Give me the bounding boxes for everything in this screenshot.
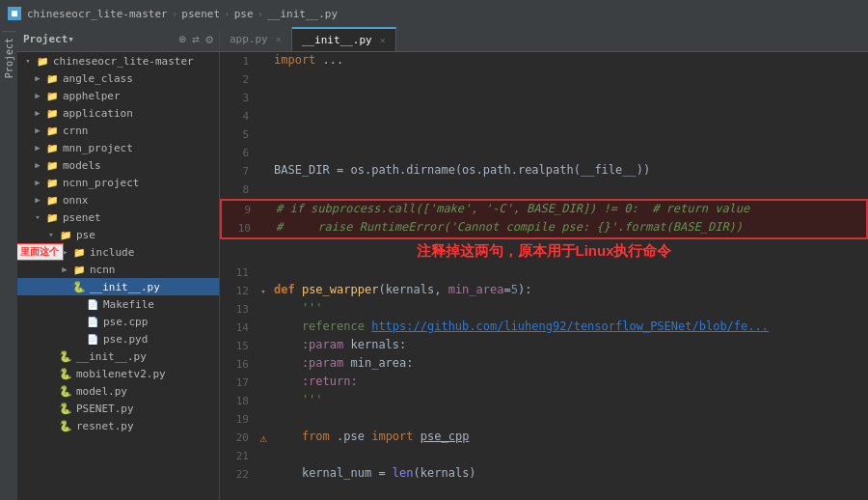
sidebar-item-pse[interactable]: ▾ 📁 pse bbox=[17, 226, 219, 243]
py-file-icon5: 🐍 bbox=[58, 401, 73, 416]
sidebar-toolbar: ⊕ ⇄ ⚙ bbox=[179, 32, 213, 46]
tab-app-py-label: app.py bbox=[230, 33, 268, 45]
sidebar-item-application[interactable]: ▶ 📁 application bbox=[17, 104, 219, 122]
code-line-14: 14 reference https://github.com/liuheng9… bbox=[220, 319, 868, 337]
breadcrumb-folder1: psenet bbox=[181, 8, 220, 20]
py-file-icon4: 🐍 bbox=[58, 383, 73, 399]
sidebar-tree: ▾ 📁 chineseocr_lite-master ▶ 📁 angle_cla… bbox=[17, 52, 219, 500]
sidebar-include-container: ▶ 📁 include 里面这个 bbox=[17, 243, 219, 261]
sidebar-item-ncnn_project[interactable]: ▶ 📁 ncnn_project bbox=[17, 174, 219, 191]
breadcrumb-project: chineseocr_lite-master bbox=[27, 8, 168, 20]
folder-icon: 📁 bbox=[71, 262, 87, 277]
sidebar-item-crnn[interactable]: ▶ 📁 crnn bbox=[17, 122, 219, 139]
tab-init-py[interactable]: __init__.py ✕ bbox=[292, 27, 396, 51]
file-icon: 📄 bbox=[85, 314, 100, 329]
code-line-13: 13 ''' bbox=[220, 300, 868, 319]
sidebar-item-psenet[interactable]: ▾ 📁 psenet bbox=[17, 208, 219, 226]
folder-icon: 📁 bbox=[58, 227, 73, 242]
sidebar-item-angle_class[interactable]: ▶ 📁 angle_class bbox=[17, 69, 219, 87]
folder-icon: 📁 bbox=[44, 140, 60, 155]
code-line-10: 10 # raise RuntimeError('Cannot compile … bbox=[222, 219, 866, 237]
sidebar-annotation-label: 里面这个 bbox=[17, 243, 64, 261]
code-line-12: 12 ▾ def pse_warpper(kernals, min_area=5… bbox=[220, 282, 868, 300]
code-line-16: 16 :param min_area: bbox=[220, 355, 868, 374]
sidebar-item-psenet-py[interactable]: 🐍 PSENET.py bbox=[17, 400, 219, 417]
main-area: Project Project▾ ⊕ ⇄ ⚙ ▾ 📁 chineseocr_li… bbox=[0, 27, 868, 500]
tab-init-py-label: __init__.py bbox=[302, 34, 372, 46]
folder-icon: 📁 bbox=[44, 88, 60, 103]
sidebar-item-makefile[interactable]: 📄 Makefile bbox=[17, 295, 219, 313]
sidebar-item-apphelper[interactable]: ▶ 📁 apphelper bbox=[17, 87, 219, 104]
tab-bar: app.py ✕ __init__.py ✕ bbox=[220, 27, 868, 52]
code-line-11: 11 bbox=[220, 264, 868, 282]
warning-icon-20: ⚠ bbox=[259, 431, 266, 445]
editor-area: app.py ✕ __init__.py ✕ 1 import ... 2 bbox=[220, 27, 868, 500]
py-file-icon6: 🐍 bbox=[58, 418, 73, 433]
folder-icon: 📁 bbox=[44, 209, 60, 225]
sidebar-item-mnn_project[interactable]: ▶ 📁 mnn_project bbox=[17, 139, 219, 156]
code-line-17: 17 :return: bbox=[220, 374, 868, 392]
code-line-21: 21 bbox=[220, 447, 868, 465]
sidebar-item-models[interactable]: ▶ 📁 models bbox=[17, 156, 219, 174]
code-line-7: 7 BASE_DIR = os.path.dirname(os.path.rea… bbox=[220, 162, 868, 181]
code-line-18: 18 ''' bbox=[220, 392, 868, 410]
fold-arrow-12: ▾ bbox=[260, 287, 265, 296]
breadcrumb-file: __init__.py bbox=[267, 8, 338, 20]
sidebar-title: Project▾ bbox=[23, 33, 74, 45]
title-bar: ■ chineseocr_lite-master › psenet › pse … bbox=[0, 0, 868, 27]
sidebar: Project▾ ⊕ ⇄ ⚙ ▾ 📁 chineseocr_lite-maste… bbox=[17, 27, 220, 500]
file-icon: 📄 bbox=[85, 331, 100, 347]
breadcrumb: chineseocr_lite-master › psenet › pse › … bbox=[27, 8, 338, 20]
folder-icon: 📁 bbox=[44, 175, 60, 190]
folder-icon: 📁 bbox=[71, 244, 87, 260]
code-line-22: 22 kernal_num = len(kernals) bbox=[220, 465, 868, 484]
highlighted-lines-box: 9 # if subprocess.call(['make', '-C', BA… bbox=[220, 199, 868, 239]
root-arrow: ▾ bbox=[21, 56, 35, 66]
file-icon: 📄 bbox=[85, 296, 100, 312]
sidebar-item-init-py-selected[interactable]: 🐍 __init__.py bbox=[17, 278, 219, 295]
sync-icon[interactable]: ⇄ bbox=[192, 32, 200, 46]
code-line-2: 2 bbox=[220, 70, 868, 89]
code-line-6: 6 bbox=[220, 144, 868, 162]
code-line-19: 19 bbox=[220, 410, 868, 429]
root-label: chineseocr_lite-master bbox=[53, 55, 194, 68]
py-file-icon2: 🐍 bbox=[58, 348, 73, 364]
folder-icon: 📁 bbox=[44, 70, 60, 86]
sidebar-item-pse-cpp[interactable]: 📄 pse.cpp bbox=[17, 313, 219, 330]
settings-icon[interactable]: ⚙ bbox=[205, 32, 213, 46]
sidebar-item-resnet[interactable]: 🐍 resnet.py bbox=[17, 417, 219, 434]
py-file-icon3: 🐍 bbox=[58, 366, 73, 381]
project-strip: Project bbox=[0, 27, 17, 500]
code-line-1: 1 import ... bbox=[220, 52, 868, 70]
code-line-3: 3 bbox=[220, 89, 868, 107]
code-line-8: 8 bbox=[220, 181, 868, 199]
code-line-9: 9 # if subprocess.call(['make', '-C', BA… bbox=[222, 201, 866, 219]
code-line-20: 20 ⚠ from .pse import pse_cpp bbox=[220, 429, 868, 447]
code-line-15: 15 :param kernals: bbox=[220, 337, 868, 355]
sidebar-item-model[interactable]: 🐍 model.py bbox=[17, 382, 219, 400]
sidebar-header: Project▾ ⊕ ⇄ ⚙ bbox=[17, 27, 219, 52]
tab-init-py-close[interactable]: ✕ bbox=[380, 35, 386, 45]
breadcrumb-folder2: pse bbox=[234, 8, 254, 20]
folder-icon: 📁 bbox=[44, 123, 60, 138]
root-folder-icon: 📁 bbox=[35, 53, 50, 69]
code-line-5: 5 bbox=[220, 125, 868, 144]
tab-app-py-close[interactable]: ✕ bbox=[276, 34, 282, 44]
add-icon[interactable]: ⊕ bbox=[179, 32, 187, 46]
sidebar-item-pse-pyd[interactable]: 📄 pse.pyd bbox=[17, 330, 219, 347]
annotation-callout: 注释掉这两句，原本用于Linux执行命令 bbox=[220, 239, 868, 264]
sidebar-item-init-psenet[interactable]: 🐍 __init__.py bbox=[17, 347, 219, 365]
sidebar-item-ncnn[interactable]: ▶ 📁 ncnn bbox=[17, 261, 219, 278]
code-editor[interactable]: 1 import ... 2 3 4 5 bbox=[220, 52, 868, 500]
project-tab-label[interactable]: Project bbox=[2, 31, 16, 84]
tree-root[interactable]: ▾ 📁 chineseocr_lite-master bbox=[17, 52, 219, 69]
code-line-4: 4 bbox=[220, 107, 868, 125]
sidebar-item-onnx[interactable]: ▶ 📁 onnx bbox=[17, 191, 219, 208]
folder-icon: 📁 bbox=[44, 192, 60, 208]
py-file-icon: 🐍 bbox=[71, 279, 87, 294]
folder-icon: 📁 bbox=[44, 105, 60, 121]
folder-icon: 📁 bbox=[44, 157, 60, 173]
tab-app-py[interactable]: app.py ✕ bbox=[220, 27, 292, 51]
app-icon: ■ bbox=[8, 7, 21, 20]
sidebar-item-mobilenetv2[interactable]: 🐍 mobilenetv2.py bbox=[17, 365, 219, 382]
